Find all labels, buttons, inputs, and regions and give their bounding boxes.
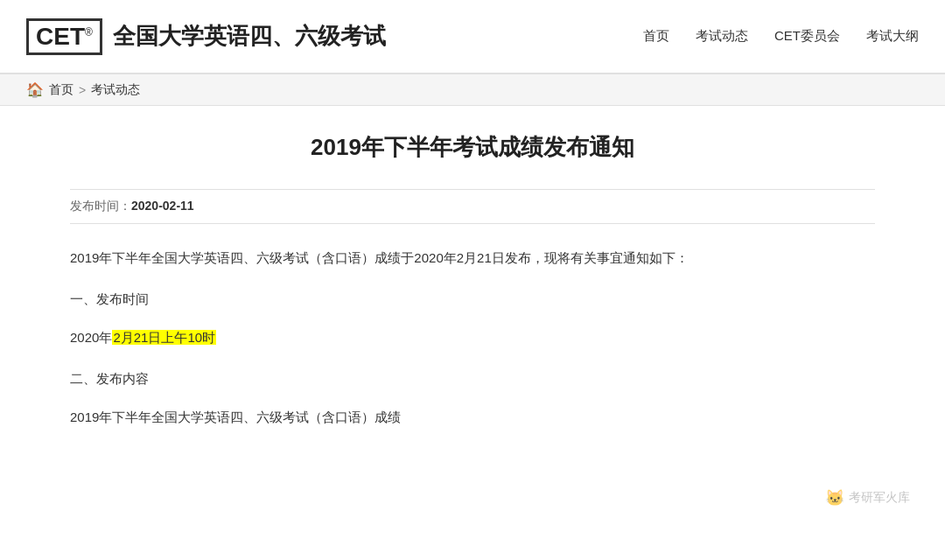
article-title: 2019年下半年考试成绩发布通知 (70, 132, 875, 163)
breadcrumb: 🏠 首页 > 考试动态 (0, 74, 945, 106)
logo-registered: ® (85, 25, 93, 38)
logo-text: CET (36, 23, 85, 50)
watermark-text: 考研军火库 (849, 490, 910, 506)
nav-home[interactable]: 首页 (643, 28, 669, 45)
section1-text-before: 2020年 (70, 330, 112, 345)
logo-area: CET® 全国大学英语四、六级考试 (26, 18, 643, 55)
nav-exam-news[interactable]: 考试动态 (696, 28, 748, 45)
breadcrumb-current: 考试动态 (91, 82, 140, 98)
main-content: 2019年下半年考试成绩发布通知 发布时间：2020-02-11 2019年下半… (0, 106, 945, 481)
watermark: 🐱 考研军火库 (825, 488, 910, 508)
publish-date: 2020-02-11 (131, 199, 194, 213)
section1-content: 2020年2月21日上午10时 (70, 326, 875, 351)
main-nav: 首页 考试动态 CET委员会 考试大纲 (643, 28, 919, 45)
cet-logo: CET® (26, 18, 102, 55)
publish-info: 发布时间：2020-02-11 (70, 189, 875, 224)
nav-syllabus[interactable]: 考试大纲 (866, 28, 919, 45)
publish-label: 发布时间： (70, 199, 131, 213)
intro-paragraph: 2019年下半年全国大学英语四、六级考试（含口语）成绩于2020年2月21日发布… (70, 246, 875, 271)
site-title: 全国大学英语四、六级考试 (113, 21, 386, 52)
article-body: 2019年下半年全国大学英语四、六级考试（含口语）成绩于2020年2月21日发布… (70, 246, 875, 430)
watermark-icon: 🐱 (825, 488, 844, 508)
breadcrumb-separator: > (79, 83, 86, 97)
breadcrumb-home-link[interactable]: 首页 (49, 82, 74, 98)
section1-heading: 一、发布时间 (70, 287, 875, 312)
nav-committee[interactable]: CET委员会 (774, 28, 840, 45)
section1-highlight: 2月21日上午10时 (112, 330, 216, 345)
section2-heading: 二、发布内容 (70, 367, 875, 392)
home-icon: 🏠 (26, 81, 44, 98)
section2-content: 2019年下半年全国大学英语四、六级考试（含口语）成绩 (70, 405, 875, 430)
site-header: CET® 全国大学英语四、六级考试 首页 考试动态 CET委员会 考试大纲 (0, 0, 945, 74)
